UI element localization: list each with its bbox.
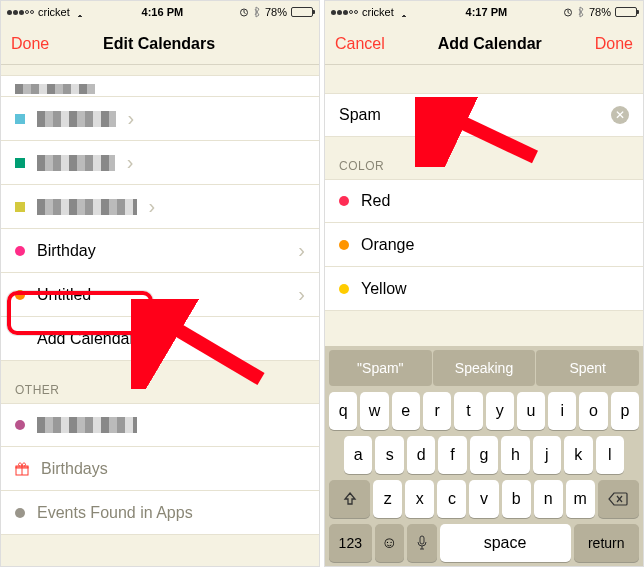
- page-title: Edit Calendars: [49, 35, 269, 53]
- color-dot: [15, 508, 25, 518]
- key-o[interactable]: o: [579, 392, 607, 430]
- calendar-label: Birthday: [37, 242, 286, 260]
- page-title: Add Calendar: [385, 35, 595, 53]
- key-k[interactable]: k: [564, 436, 592, 474]
- other-row[interactable]: [1, 403, 319, 447]
- color-dot: [15, 420, 25, 430]
- other-row[interactable]: Events Found in Apps: [1, 491, 319, 535]
- key-r[interactable]: r: [423, 392, 451, 430]
- carrier-label: cricket: [362, 6, 394, 18]
- key-t[interactable]: t: [454, 392, 482, 430]
- clear-icon[interactable]: ✕: [611, 106, 629, 124]
- calendar-row[interactable]: [1, 75, 319, 97]
- color-dot: [15, 246, 25, 256]
- key-w[interactable]: w: [360, 392, 388, 430]
- calendar-row[interactable]: Birthday›: [1, 229, 319, 273]
- key-x[interactable]: x: [405, 480, 434, 518]
- key-n[interactable]: n: [534, 480, 563, 518]
- calendar-label: [37, 155, 115, 171]
- calendar-name-input[interactable]: [339, 106, 601, 124]
- chevron-right-icon: ›: [127, 151, 134, 174]
- done-button[interactable]: Done: [595, 35, 633, 53]
- mic-key[interactable]: [407, 524, 436, 562]
- phone-right: cricket 4:17 PM 78% Cancel Add Calendar …: [324, 0, 644, 567]
- numbers-key[interactable]: 123: [329, 524, 372, 562]
- battery-icon: [291, 7, 313, 17]
- key-v[interactable]: v: [469, 480, 498, 518]
- battery-pct: 78%: [589, 6, 611, 18]
- key-e[interactable]: e: [392, 392, 420, 430]
- suggestion[interactable]: Speaking: [433, 350, 536, 386]
- color-row[interactable]: Orange: [325, 223, 643, 267]
- color-name: Yellow: [361, 280, 629, 298]
- other-section-header: OTHER: [1, 361, 319, 403]
- key-j[interactable]: j: [533, 436, 561, 474]
- key-l[interactable]: l: [596, 436, 624, 474]
- calendar-row[interactable]: ›: [1, 185, 319, 229]
- key-s[interactable]: s: [375, 436, 403, 474]
- key-b[interactable]: b: [502, 480, 531, 518]
- suggestion[interactable]: Spent: [536, 350, 639, 386]
- chevron-right-icon: ›: [298, 239, 305, 262]
- calendar-label: [37, 199, 137, 215]
- color-dot: [339, 196, 349, 206]
- add-calendar-label: Add Calendar...: [37, 330, 305, 348]
- calendar-row[interactable]: ›: [1, 141, 319, 185]
- key-p[interactable]: p: [611, 392, 639, 430]
- color-dot: [15, 290, 25, 300]
- chevron-right-icon: ›: [298, 283, 305, 306]
- bluetooth-icon: [253, 6, 261, 18]
- other-label: [37, 417, 137, 433]
- emoji-key[interactable]: ☺: [375, 524, 404, 562]
- clock: 4:16 PM: [142, 6, 184, 18]
- return-key[interactable]: return: [574, 524, 640, 562]
- status-bar: cricket 4:17 PM 78%: [325, 1, 643, 23]
- done-button[interactable]: Done: [11, 35, 49, 53]
- key-d[interactable]: d: [407, 436, 435, 474]
- calendar-row[interactable]: Untitled›: [1, 273, 319, 317]
- chevron-right-icon: ›: [128, 107, 135, 130]
- signal-dots: [7, 10, 34, 15]
- content-area: ✕ COLOR RedOrangeYellow: [325, 65, 643, 346]
- status-bar: cricket 4:16 PM 78%: [1, 1, 319, 23]
- calendar-row[interactable]: ›: [1, 97, 319, 141]
- key-c[interactable]: c: [437, 480, 466, 518]
- color-row[interactable]: Red: [325, 179, 643, 223]
- key-a[interactable]: a: [344, 436, 372, 474]
- wifi-icon: [74, 8, 86, 17]
- color-name: Red: [361, 192, 629, 210]
- color-dot: [339, 240, 349, 250]
- backspace-key[interactable]: [598, 480, 639, 518]
- color-dot: [15, 158, 25, 168]
- key-m[interactable]: m: [566, 480, 595, 518]
- key-z[interactable]: z: [373, 480, 402, 518]
- key-g[interactable]: g: [470, 436, 498, 474]
- key-f[interactable]: f: [438, 436, 466, 474]
- bluetooth-icon: [577, 6, 585, 18]
- keyboard: "Spam"SpeakingSpent qwertyuiop asdfghjkl…: [325, 346, 643, 566]
- key-y[interactable]: y: [486, 392, 514, 430]
- key-i[interactable]: i: [548, 392, 576, 430]
- clock: 4:17 PM: [466, 6, 508, 18]
- phone-left: cricket 4:16 PM 78% Done Edit Calendars …: [0, 0, 320, 567]
- color-dot: [15, 202, 25, 212]
- shift-key[interactable]: [329, 480, 370, 518]
- suggestion[interactable]: "Spam": [329, 350, 432, 386]
- color-row[interactable]: Yellow: [325, 267, 643, 311]
- other-label: Events Found in Apps: [37, 504, 305, 522]
- cancel-button[interactable]: Cancel: [335, 35, 385, 53]
- other-row[interactable]: Birthdays: [1, 447, 319, 491]
- battery-pct: 78%: [265, 6, 287, 18]
- calendar-name-row[interactable]: ✕: [325, 93, 643, 137]
- color-dot: [15, 114, 25, 124]
- key-q[interactable]: q: [329, 392, 357, 430]
- color-name: Orange: [361, 236, 629, 254]
- key-u[interactable]: u: [517, 392, 545, 430]
- key-h[interactable]: h: [501, 436, 529, 474]
- color-dot: [339, 284, 349, 294]
- add-calendar-row[interactable]: Add Calendar...: [1, 317, 319, 361]
- gift-icon: [15, 462, 29, 476]
- other-label: Birthdays: [41, 460, 305, 478]
- space-key[interactable]: space: [440, 524, 571, 562]
- alarm-icon: [563, 7, 573, 17]
